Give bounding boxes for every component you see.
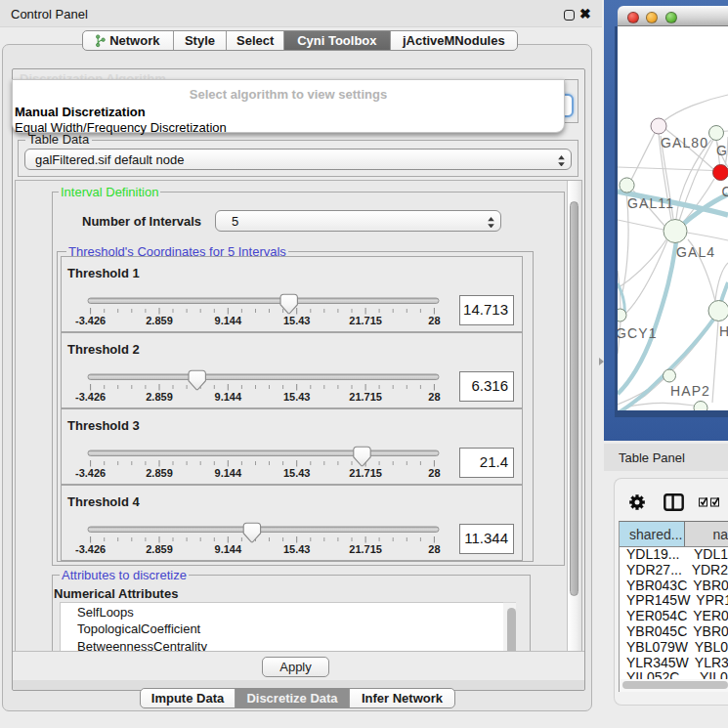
svg-text:H: H (719, 323, 728, 339)
svg-text:GAL11: GAL11 (627, 195, 674, 211)
svg-text:C: C (722, 184, 728, 199)
svg-text:HAP2: HAP2 (670, 383, 710, 399)
svg-text:GAL80: GAL80 (661, 135, 708, 150)
svg-text:GCY1: GCY1 (618, 325, 658, 341)
svg-text:GA: GA (716, 143, 728, 158)
svg-text:GAL4: GAL4 (676, 244, 715, 260)
